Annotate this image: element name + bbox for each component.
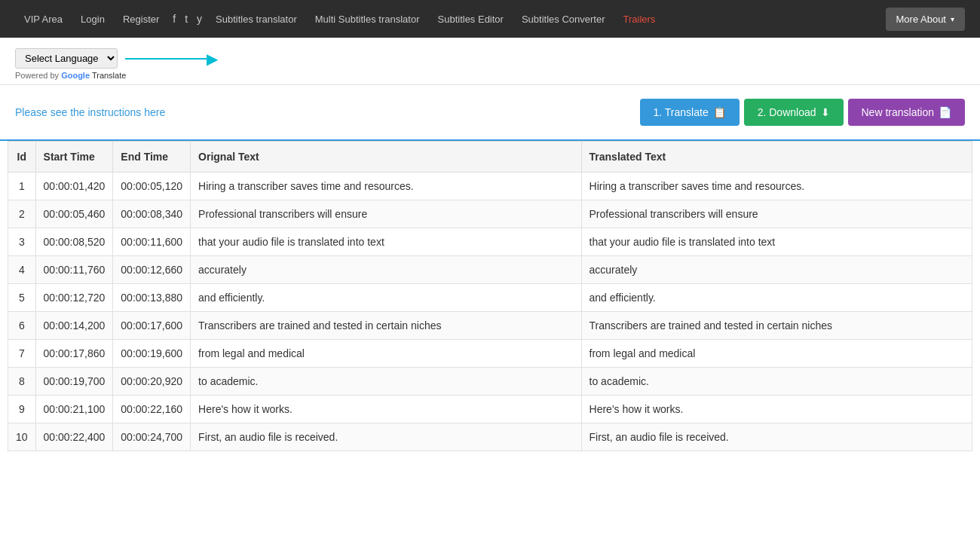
cell-translated: accurately <box>581 256 972 284</box>
cell-id: 10 <box>8 423 36 451</box>
cell-original: that your audio file is translated into … <box>191 228 581 256</box>
cell-start: 00:00:08,520 <box>35 228 113 256</box>
cell-original: First, an audio file is received. <box>191 423 581 451</box>
table-row: 10 00:00:22,400 00:00:24,700 First, an a… <box>8 423 972 451</box>
more-about-label: More About <box>896 14 947 25</box>
cell-original: Transcribers are trained and tested in c… <box>191 312 581 340</box>
arrow-right-icon: ▶ <box>207 50 218 68</box>
cell-start: 00:00:11,760 <box>35 256 113 284</box>
col-header-translated: Translated Text <box>581 142 972 173</box>
cell-start: 00:00:12,720 <box>35 284 113 312</box>
table-row: 6 00:00:14,200 00:00:17,600 Transcribers… <box>8 312 972 340</box>
cell-id: 2 <box>8 200 36 228</box>
cell-start: 00:00:17,860 <box>35 340 113 368</box>
nav-multi-subtitles[interactable]: Multi Subtitles translator <box>306 14 429 25</box>
cell-end: 00:00:11,600 <box>113 228 191 256</box>
navbar: VIP Area Login Register f t y Subtitles … <box>0 0 980 38</box>
powered-by-text: Powered by Google Translate <box>15 71 965 80</box>
cell-end: 00:00:08,340 <box>113 200 191 228</box>
nav-trailers[interactable]: Trailers <box>614 14 665 25</box>
language-select[interactable]: Select Language <box>15 48 118 69</box>
table-row: 7 00:00:17,860 00:00:19,600 from legal a… <box>8 340 972 368</box>
action-buttons: 1. Translate 📋 2. Download ⬇ New transla… <box>640 99 965 126</box>
cell-start: 00:00:19,700 <box>35 368 113 396</box>
cell-translated: and efficiently. <box>581 284 972 312</box>
nav-vip-area[interactable]: VIP Area <box>15 14 72 25</box>
translate-icon: 📋 <box>713 106 726 118</box>
cell-start: 00:00:21,100 <box>35 396 113 423</box>
cell-id: 9 <box>8 396 36 423</box>
table-row: 1 00:00:01,420 00:00:05,120 Hiring a tra… <box>8 173 972 200</box>
cell-end: 00:00:05,120 <box>113 173 191 200</box>
table-row: 5 00:00:12,720 00:00:13,880 and efficien… <box>8 284 972 312</box>
cell-translated: Hiring a transcriber saves time and reso… <box>581 173 972 200</box>
cell-translated: from legal and medical <box>581 340 972 368</box>
translate-button[interactable]: 1. Translate 📋 <box>640 99 740 126</box>
new-icon: 📄 <box>939 106 951 118</box>
cell-id: 8 <box>8 368 36 396</box>
cell-end: 00:00:24,700 <box>113 423 191 451</box>
col-header-original: Orignal Text <box>191 142 581 173</box>
cell-translated: Transcribers are trained and tested in c… <box>581 312 972 340</box>
cell-id: 4 <box>8 256 36 284</box>
col-header-id: Id <box>8 142 36 173</box>
cell-translated: Professional transcribers will ensure <box>581 200 972 228</box>
subtitles-table-container: Id Start Time End Time Orignal Text Tran… <box>0 141 980 451</box>
table-row: 9 00:00:21,100 00:00:22,160 Here's how i… <box>8 396 972 423</box>
subtitles-table: Id Start Time End Time Orignal Text Tran… <box>8 141 972 451</box>
cell-original: and efficiently. <box>191 284 581 312</box>
table-row: 3 00:00:08,520 00:00:11,600 that your au… <box>8 228 972 256</box>
cell-id: 6 <box>8 312 36 340</box>
new-translation-button[interactable]: New translation 📄 <box>848 99 966 126</box>
instructions-link[interactable]: Please see the instructions here <box>15 106 165 118</box>
table-row: 2 00:00:05,460 00:00:08,340 Professional… <box>8 200 972 228</box>
caret-icon: ▾ <box>951 15 954 23</box>
cell-original: to academic. <box>191 368 581 396</box>
nav-register[interactable]: Register <box>114 14 168 25</box>
cell-original: Here's how it works. <box>191 396 581 423</box>
cell-original: from legal and medical <box>191 340 581 368</box>
cell-id: 5 <box>8 284 36 312</box>
cell-end: 00:00:12,660 <box>113 256 191 284</box>
cell-end: 00:00:17,600 <box>113 312 191 340</box>
col-header-end: End Time <box>113 142 191 173</box>
cell-translated: that your audio file is translated into … <box>581 228 972 256</box>
cell-original: Professional transcribers will ensure <box>191 200 581 228</box>
download-icon: ⬇ <box>821 106 830 118</box>
nav-login[interactable]: Login <box>72 14 114 25</box>
cell-start: 00:00:01,420 <box>35 173 113 200</box>
cell-id: 3 <box>8 228 36 256</box>
cell-id: 7 <box>8 340 36 368</box>
nav-subtitles-editor[interactable]: Subtitles Editor <box>429 14 513 25</box>
youtube-icon[interactable]: y <box>192 13 207 25</box>
cell-translated: Here's how it works. <box>581 396 972 423</box>
cell-original: accurately <box>191 256 581 284</box>
cell-original: Hiring a transcriber saves time and reso… <box>191 173 581 200</box>
cell-end: 00:00:22,160 <box>113 396 191 423</box>
cell-translated: First, an audio file is received. <box>581 423 972 451</box>
cell-start: 00:00:05,460 <box>35 200 113 228</box>
table-row: 8 00:00:19,700 00:00:20,920 to academic.… <box>8 368 972 396</box>
nav-subtitles-translator[interactable]: Subtitles translator <box>207 14 306 25</box>
facebook-icon[interactable]: f <box>168 13 180 25</box>
cell-end: 00:00:19,600 <box>113 340 191 368</box>
cell-end: 00:00:20,920 <box>113 368 191 396</box>
cell-translated: to academic. <box>581 368 972 396</box>
download-button[interactable]: 2. Download ⬇ <box>744 99 844 126</box>
more-about-dropdown[interactable]: More About ▾ <box>886 8 966 31</box>
cell-end: 00:00:13,880 <box>113 284 191 312</box>
table-row: 4 00:00:11,760 00:00:12,660 accurately a… <box>8 256 972 284</box>
cell-start: 00:00:22,400 <box>35 423 113 451</box>
nav-subtitles-converter[interactable]: Subtitles Converter <box>513 14 614 25</box>
cell-start: 00:00:14,200 <box>35 312 113 340</box>
language-bar: Select Language ▶ Powered by Google Tran… <box>0 38 980 85</box>
col-header-start: Start Time <box>35 142 113 173</box>
cell-id: 1 <box>8 173 36 200</box>
action-bar: Please see the instructions here 1. Tran… <box>0 85 980 141</box>
twitter-icon[interactable]: t <box>180 13 192 25</box>
